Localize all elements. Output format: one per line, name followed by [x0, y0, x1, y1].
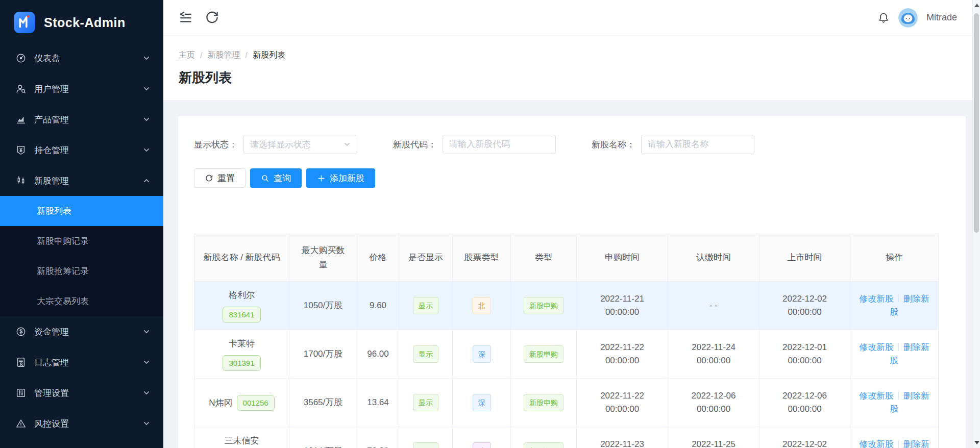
stock-code-input[interactable] [443, 135, 556, 154]
stock-type-cell: 深 [453, 330, 511, 379]
logo[interactable]: Stock-Admin [0, 0, 163, 43]
edit-stock-link[interactable]: 修改新股 [859, 439, 894, 448]
table-row: N炜冈001256 3565/万股 13.64 显示 深 新股申购 2022-1… [194, 379, 939, 427]
pay-time-cell: 2022-11-25 00:00:00 [668, 427, 760, 448]
refresh-icon[interactable] [205, 11, 219, 24]
column-header: 最大购买数量 [289, 234, 357, 282]
user-name[interactable]: Mitrade [926, 12, 957, 23]
visible-tag: 显示 [413, 442, 438, 448]
table-row: 卡莱特301391 1700/万股 96.00 显示 深 新股申购 2022-1… [194, 330, 939, 379]
sidebar-item-label: 持仓管理 [34, 144, 143, 156]
breadcrumb-separator: / [200, 51, 202, 60]
topbar-right: Mitrade [877, 8, 957, 28]
sidebar-item-block-trade-list[interactable]: 大宗交易列表 [0, 286, 163, 316]
scroll-up-arrow-icon[interactable] [974, 4, 979, 7]
edit-stock-link[interactable]: 修改新股 [859, 294, 894, 304]
actions-cell: 修改新股删除新股 [850, 427, 939, 448]
stock-name: 三未信安 [209, 434, 275, 447]
price-cell: 9.60 [357, 282, 399, 330]
sidebar-item-risk-settings[interactable]: 风控设置 [0, 408, 163, 439]
user-avatar[interactable] [898, 8, 918, 28]
max-buy-cell: 1700/万股 [289, 330, 357, 379]
sidebar-item-label: 资金管理 [34, 326, 143, 338]
notification-bell-icon[interactable] [877, 12, 890, 24]
submenu-label: 大宗交易列表 [37, 295, 89, 307]
type-tag: 新股申购 [524, 394, 564, 411]
sidebar-item-products[interactable]: 产品管理 [0, 104, 163, 135]
sidebar-item-admin-settings[interactable]: 管理设置 [0, 378, 163, 408]
sidebar-item-newstock-list[interactable]: 新股列表 [0, 196, 163, 226]
collapse-sidebar-icon[interactable] [179, 11, 192, 24]
pay-time-cell: 2022-11-24 00:00:00 [668, 330, 760, 379]
sidebar-item-grab-records[interactable]: 新股抢筹记录 [0, 256, 163, 286]
type-cell: 新股申购 [511, 379, 577, 427]
sidebar-item-funds[interactable]: 资金管理 [0, 316, 163, 347]
content-card: 显示状态： 请选择显示状态 新股代码： 新股名称： [178, 116, 966, 448]
stock-name-cell: 三未信安 [194, 427, 289, 448]
sidebar-item-label: 日志管理 [34, 357, 143, 368]
edit-stock-link[interactable]: 修改新股 [859, 342, 894, 352]
sidebar-item-dashboard[interactable]: 仪表盘 [0, 43, 163, 73]
funds-dollar-icon [15, 326, 27, 337]
stock-code-badge: 001256 [237, 395, 275, 411]
sidebar-item-subscription-records[interactable]: 新股申购记录 [0, 226, 163, 256]
query-button[interactable]: 查询 [250, 168, 302, 188]
scroll-down-arrow-icon[interactable] [974, 441, 979, 444]
delete-stock-link[interactable]: 删除新股 [890, 342, 930, 365]
type-cell: 新股申购 [511, 282, 577, 330]
app-logo-icon [13, 11, 36, 34]
table-header: 新股名称 / 新股代码最大购买数量价格是否显示股票类型类型申购时间认缴时间上市时… [194, 234, 939, 282]
type-cell: 新股申购 [511, 427, 577, 448]
sidebar-item-label: 风控设置 [34, 418, 143, 430]
stock-type-tag: 深 [473, 345, 491, 363]
price-cell: 96.00 [357, 330, 399, 379]
breadcrumb-home[interactable]: 主页 [179, 50, 195, 61]
vertical-scrollbar[interactable] [972, 0, 980, 448]
delete-stock-link[interactable]: 删除新股 [890, 294, 930, 317]
scrollbar-thumb[interactable] [974, 13, 979, 233]
edit-stock-link[interactable]: 修改新股 [859, 391, 894, 401]
visible-cell: 显示 [399, 282, 453, 330]
display-status-label: 显示状态： [194, 139, 237, 151]
add-newstock-button[interactable]: 添加新股 [306, 168, 375, 188]
sidebar-item-logs[interactable]: 日志管理 [0, 347, 163, 378]
actions-cell: 修改新股删除新股 [850, 282, 939, 330]
list-time-cell: 2022-12-01 00:00:00 [760, 330, 850, 379]
column-header: 申购时间 [577, 234, 668, 282]
breadcrumb-separator: / [245, 51, 247, 60]
chevron-down-icon [143, 420, 150, 427]
dashboard-icon [15, 53, 27, 64]
list-time-cell: 2022-12-02 00:00:00 [760, 427, 850, 448]
actions-cell: 修改新股删除新股 [850, 379, 939, 427]
apply-time-cell: 2022-11-22 00:00:00 [577, 379, 668, 427]
top-header: Mitrade [163, 0, 972, 36]
filter-stock-code: 新股代码： [393, 135, 556, 154]
delete-stock-link[interactable]: 删除新股 [890, 391, 930, 414]
action-divider [898, 440, 899, 448]
sidebar-item-users[interactable]: 用户管理 [0, 73, 163, 104]
chevron-down-icon [143, 389, 150, 396]
column-header: 类型 [511, 234, 577, 282]
stock-name-input[interactable] [641, 135, 754, 154]
reset-button[interactable]: 重置 [194, 168, 246, 188]
breadcrumb: 主页 / 新股管理 / 新股列表 [179, 50, 957, 61]
action-divider [898, 343, 899, 351]
stock-name: 卡莱特 [209, 337, 275, 351]
reset-icon [205, 174, 213, 183]
pay-time-cell: - - [668, 282, 760, 330]
display-status-select[interactable]: 请选择显示状态 [243, 135, 357, 154]
add-newstock-label: 添加新股 [330, 172, 364, 184]
breadcrumb-newstock-mgmt[interactable]: 新股管理 [207, 50, 240, 61]
submenu-label: 新股抢筹记录 [37, 265, 89, 277]
column-header: 新股名称 / 新股代码 [194, 234, 289, 282]
visible-cell: 显示 [399, 427, 453, 448]
product-chart-icon [15, 114, 27, 125]
stock-name: N炜冈 [209, 398, 232, 408]
actions-cell: 修改新股删除新股 [850, 330, 939, 379]
apply-time-cell: 2022-11-22 00:00:00 [577, 330, 668, 379]
delete-stock-link[interactable]: 删除新股 [890, 439, 930, 448]
sidebar-item-positions[interactable]: 持仓管理 [0, 135, 163, 165]
sidebar-item-label: 产品管理 [34, 114, 143, 126]
stock-name-cell: 卡莱特301391 [194, 330, 289, 379]
sidebar-item-newstock[interactable]: 新股管理 [0, 165, 163, 196]
